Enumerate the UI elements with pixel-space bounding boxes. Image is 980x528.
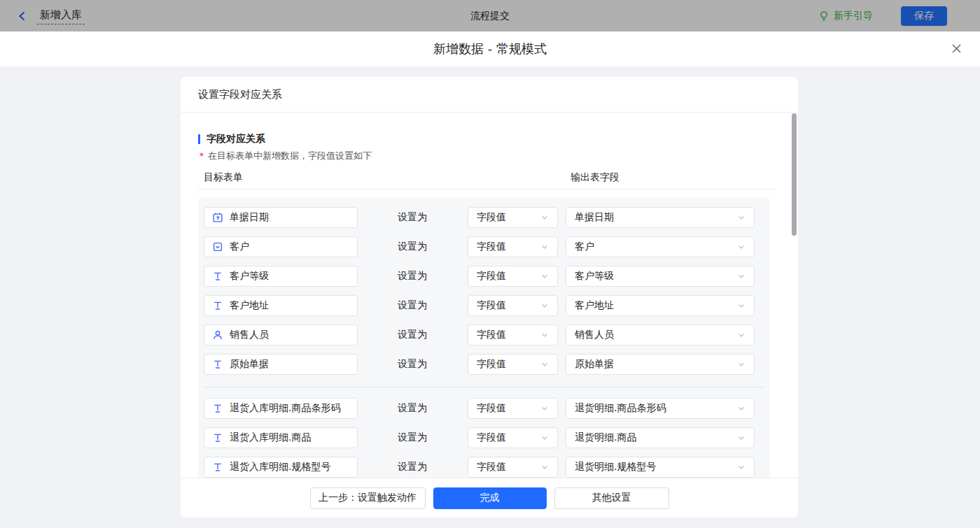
target-field: 退货入库明细.商品 xyxy=(204,427,358,448)
chevron-down-icon xyxy=(737,272,746,280)
field-mapping-row: 退货入库明细.商品 设置为 字段值 退货明细.商品 xyxy=(204,427,764,448)
chevron-down-icon xyxy=(540,243,549,251)
target-field-label: 销售人员 xyxy=(230,329,269,341)
output-field-select[interactable]: 退货明细.商品条形码 xyxy=(566,398,755,419)
text-icon xyxy=(212,271,223,282)
target-field-label: 退货入库明细.规格型号 xyxy=(230,461,330,473)
target-field: 客户地址 xyxy=(204,295,358,316)
chevron-down-icon xyxy=(540,272,549,280)
chevron-down-icon xyxy=(540,301,549,310)
set-as-label: 设置为 xyxy=(398,270,468,283)
chevron-down-icon xyxy=(540,331,549,339)
output-field-select[interactable]: 客户地址 xyxy=(566,295,755,316)
card-header: 设置字段对应关系 xyxy=(181,77,798,113)
col-output-fields: 输出表字段 xyxy=(570,171,620,184)
text-icon xyxy=(212,359,223,370)
chevron-down-icon xyxy=(737,213,746,222)
dim-overlay xyxy=(0,0,980,31)
value-type-select[interactable]: 字段值 xyxy=(468,324,558,345)
value-type-select[interactable]: 字段值 xyxy=(468,427,558,448)
target-field-label: 客户等级 xyxy=(230,270,269,283)
section-bar xyxy=(198,134,200,144)
set-as-label: 设置为 xyxy=(398,211,468,224)
output-field-select[interactable]: 退货明细.规格型号 xyxy=(566,457,755,478)
settings-card: 设置字段对应关系 字段对应关系 *在目标表单中新增数据，字段值设置如下 目标表单… xyxy=(181,77,798,518)
col-target-form: 目标表单 xyxy=(204,171,243,184)
other-settings-button[interactable]: 其他设置 xyxy=(554,487,669,509)
value-type-select[interactable]: 字段值 xyxy=(468,295,558,316)
chevron-down-icon xyxy=(540,404,549,413)
card-body: 字段对应关系 *在目标表单中新增数据，字段值设置如下 目标表单 输出表字段 单据… xyxy=(181,113,798,478)
output-field-select[interactable]: 原始单据 xyxy=(566,354,755,375)
set-as-label: 设置为 xyxy=(398,431,468,444)
target-field: 退货入库明细.商品条形码 xyxy=(204,398,358,419)
text-icon xyxy=(212,462,223,473)
calendar-icon xyxy=(212,212,223,223)
set-as-label: 设置为 xyxy=(398,299,468,312)
output-field-select[interactable]: 销售人员 xyxy=(566,324,755,345)
chevron-down-icon xyxy=(737,360,746,369)
target-field: 客户等级 xyxy=(204,266,358,287)
hint-text: *在目标表单中新增数据，字段值设置如下 xyxy=(200,150,372,162)
field-mapping-row: 客户等级 设置为 字段值 客户等级 xyxy=(204,266,764,287)
text-icon xyxy=(212,432,223,443)
text-icon xyxy=(212,403,223,414)
top-bar: 新增入库 流程提交 新手引导 保存 xyxy=(0,0,980,31)
chevron-down-icon xyxy=(737,331,746,339)
target-field: 退货入库明细.规格型号 xyxy=(204,457,358,478)
set-as-label: 设置为 xyxy=(398,358,468,371)
chevron-down-icon xyxy=(737,301,746,310)
modal-title: 新增数据 - 常规模式 xyxy=(433,41,547,57)
done-button[interactable]: 完成 xyxy=(433,487,547,509)
divider xyxy=(198,189,777,190)
prev-step-button[interactable]: 上一步：设置触发动作 xyxy=(310,487,426,509)
output-field-select[interactable]: 客户 xyxy=(566,236,755,257)
chevron-down-icon xyxy=(737,463,746,471)
field-mapping-row: 客户地址 设置为 字段值 客户地址 xyxy=(204,295,764,316)
target-field-label: 原始单据 xyxy=(230,358,269,371)
target-field-label: 单据日期 xyxy=(230,211,269,224)
card-footer: 上一步：设置触发动作 完成 其他设置 xyxy=(181,478,798,518)
modal-body: 设置字段对应关系 字段对应关系 *在目标表单中新增数据，字段值设置如下 目标表单… xyxy=(0,66,980,528)
close-icon[interactable] xyxy=(951,43,962,55)
field-mapping-row: 单据日期 设置为 字段值 单据日期 xyxy=(204,207,764,228)
set-as-label: 设置为 xyxy=(398,461,468,473)
output-field-select[interactable]: 退货明细.商品 xyxy=(566,427,755,448)
chevron-down-icon xyxy=(540,213,549,222)
target-field-label: 退货入库明细.商品 xyxy=(230,431,311,444)
output-field-select[interactable]: 单据日期 xyxy=(566,207,755,228)
set-as-label: 设置为 xyxy=(398,241,468,253)
chevron-down-icon xyxy=(737,434,746,442)
field-mapping-row: 退货入库明细.规格型号 设置为 字段值 退货明细.规格型号 xyxy=(204,457,764,478)
chevron-down-icon xyxy=(737,243,746,251)
target-field-label: 退货入库明细.商品条形码 xyxy=(230,402,340,415)
field-mapping-row: 原始单据 设置为 字段值 原始单据 xyxy=(204,354,764,375)
group-separator xyxy=(204,387,764,387)
field-mapping-row: 退货入库明细.商品条形码 设置为 字段值 退货明细.商品条形码 xyxy=(204,398,764,419)
chevron-down-icon xyxy=(737,404,746,413)
target-field: 单据日期 xyxy=(204,207,358,228)
target-field-label: 客户地址 xyxy=(230,299,269,312)
field-mapping-row: 销售人员 设置为 字段值 销售人员 xyxy=(204,324,764,345)
section-title: 字段对应关系 xyxy=(198,133,265,145)
value-type-select[interactable]: 字段值 xyxy=(468,354,558,375)
chevron-down-icon xyxy=(540,434,549,442)
value-type-select[interactable]: 字段值 xyxy=(468,398,558,419)
target-field-label: 客户 xyxy=(230,241,249,253)
target-field: 客户 xyxy=(204,236,358,257)
user-icon xyxy=(212,329,223,341)
field-mapping-row: 客户 设置为 字段值 客户 xyxy=(204,236,764,257)
set-as-label: 设置为 xyxy=(398,329,468,341)
output-field-select[interactable]: 客户等级 xyxy=(566,266,755,287)
section-title-label: 字段对应关系 xyxy=(206,133,265,145)
select-icon xyxy=(212,241,223,252)
value-type-select[interactable]: 字段值 xyxy=(468,236,558,257)
value-type-select[interactable]: 字段值 xyxy=(468,266,558,287)
required-mark: * xyxy=(200,151,204,161)
value-type-select[interactable]: 字段值 xyxy=(468,457,558,478)
scrollbar-thumb[interactable] xyxy=(792,113,797,236)
target-field: 销售人员 xyxy=(204,324,358,345)
set-as-label: 设置为 xyxy=(398,402,468,415)
value-type-select[interactable]: 字段值 xyxy=(468,207,558,228)
text-icon xyxy=(212,300,223,311)
